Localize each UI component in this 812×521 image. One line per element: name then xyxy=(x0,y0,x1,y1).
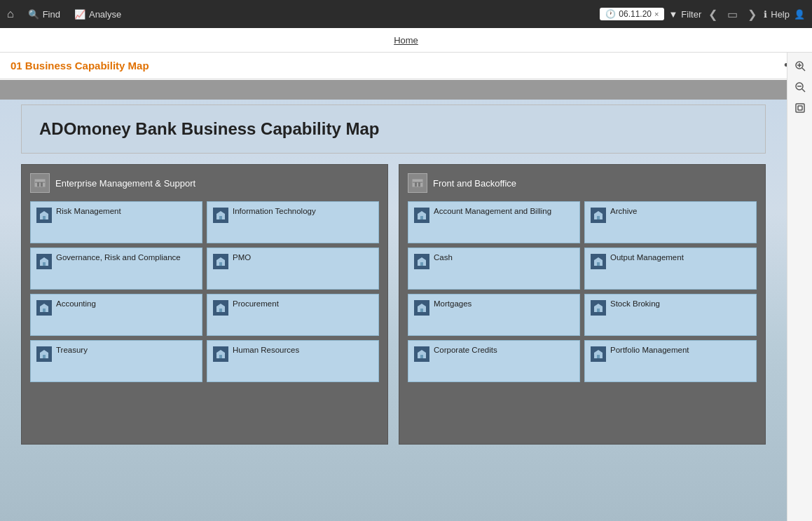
cap-icon xyxy=(414,254,429,269)
date-filter-tag[interactable]: 🕐 06.11.20 × xyxy=(600,8,664,20)
analyse-icon: 📈 xyxy=(74,9,85,20)
cap-icon xyxy=(213,300,228,316)
list-item[interactable]: Cash xyxy=(408,248,580,290)
cap-icon xyxy=(414,208,429,223)
capability-label: PMO xyxy=(233,252,251,263)
list-item[interactable]: Risk Management xyxy=(30,201,202,243)
cap-icon xyxy=(36,300,52,316)
svg-rect-21 xyxy=(413,180,422,187)
svg-rect-29 xyxy=(420,309,423,312)
user-icon: 👤 xyxy=(794,9,805,20)
frontback-section: Front and Backoffice Account Management … xyxy=(399,164,766,445)
svg-rect-23 xyxy=(418,182,420,187)
svg-line-5 xyxy=(802,89,805,92)
svg-rect-26 xyxy=(597,216,600,219)
fit-to-screen-button[interactable] xyxy=(790,98,810,118)
analyse-label: Analyse xyxy=(89,9,121,20)
frontback-section-icon xyxy=(408,173,427,193)
cap-icon xyxy=(414,346,429,362)
capability-label: Account Management and Billing xyxy=(434,206,551,217)
list-item[interactable]: Stock Broking xyxy=(584,294,757,336)
map-main-title: ADOmoney Bank Business Capability Map xyxy=(39,119,748,139)
diagram-canvas: ADOmoney Bank Business Capability Map En… xyxy=(0,80,787,521)
home-breadcrumb[interactable]: Home xyxy=(394,35,418,46)
topbar: ⌂ 🔍 Find 📈 Analyse 🕐 06.11.20 × ▼ Filter… xyxy=(0,0,812,28)
capability-label: Procurement xyxy=(233,299,279,309)
user-button[interactable]: 👤 xyxy=(794,9,805,20)
svg-rect-32 xyxy=(597,355,600,358)
main-content: 01 Business Capability Map ••• xyxy=(0,53,812,521)
list-item[interactable]: PMO xyxy=(207,248,379,290)
diagram-title: 01 Business Capability Map xyxy=(11,60,149,72)
svg-rect-22 xyxy=(415,182,417,187)
capability-label: Stock Broking xyxy=(610,299,660,309)
find-button[interactable]: 🔍 Find xyxy=(28,9,60,20)
svg-rect-10 xyxy=(37,182,39,187)
capability-label: Output Management xyxy=(610,252,684,263)
list-item[interactable]: Procurement xyxy=(207,294,379,336)
grey-strip xyxy=(0,80,787,100)
nav-forward-button[interactable]: ❯ xyxy=(745,6,759,22)
filter-tag-close[interactable]: × xyxy=(654,10,659,18)
list-item[interactable]: Human Resources xyxy=(207,340,379,382)
list-item[interactable]: Portfolio Management xyxy=(584,340,757,382)
cap-icon xyxy=(36,346,52,362)
list-item[interactable]: Accounting xyxy=(30,294,202,336)
list-item[interactable]: Mortgages xyxy=(408,294,580,336)
frontback-section-header: Front and Backoffice xyxy=(408,173,757,193)
capability-label: Corporate Credits xyxy=(434,345,497,356)
enterprise-capabilities-grid: Risk Management Information Technology G… xyxy=(30,201,379,382)
capability-label: Mortgages xyxy=(434,299,472,309)
zoom-out-button[interactable] xyxy=(790,77,810,97)
svg-rect-31 xyxy=(420,355,423,358)
clock-icon: 🕐 xyxy=(605,9,616,19)
cap-icon xyxy=(213,254,228,269)
diagram-header: 01 Business Capability Map ••• xyxy=(0,53,812,79)
capability-label: Risk Management xyxy=(56,206,121,217)
enterprise-section-header: Enterprise Management & Support xyxy=(30,173,379,193)
diagram-title-block: ADOmoney Bank Business Capability Map xyxy=(21,104,766,154)
frontback-section-title: Front and Backoffice xyxy=(433,178,516,189)
breadcrumb-bar: Home xyxy=(0,28,812,53)
capability-label: Archive xyxy=(610,206,637,217)
cap-icon xyxy=(36,254,52,269)
home-button[interactable]: ⌂ xyxy=(7,8,14,20)
right-sidebar xyxy=(787,53,812,521)
list-item[interactable]: Governance, Risk and Compliance xyxy=(30,248,202,290)
svg-line-1 xyxy=(802,68,805,71)
svg-rect-20 xyxy=(219,355,222,358)
nav-window-button[interactable]: ▭ xyxy=(724,6,741,22)
list-item[interactable]: Treasury xyxy=(30,340,202,382)
cap-icon xyxy=(591,346,606,362)
cap-icon xyxy=(591,208,606,223)
capability-label: Cash xyxy=(434,252,453,263)
cap-icon xyxy=(591,300,606,316)
info-icon: ℹ xyxy=(764,9,767,20)
svg-rect-8 xyxy=(798,106,802,110)
capability-label: Portfolio Management xyxy=(610,345,689,356)
nav-back-button[interactable]: ❮ xyxy=(706,6,720,22)
capability-label: Treasury xyxy=(56,345,88,356)
svg-rect-11 xyxy=(41,182,43,187)
find-label: Find xyxy=(43,9,60,20)
svg-rect-7 xyxy=(796,104,804,112)
list-item[interactable]: Account Management and Billing xyxy=(408,201,580,243)
analyse-button[interactable]: 📈 Analyse xyxy=(74,9,121,20)
filter-button[interactable]: ▼ Filter xyxy=(668,9,701,20)
list-item[interactable]: Information Technology xyxy=(207,201,379,243)
svg-rect-28 xyxy=(597,262,600,266)
cap-icon xyxy=(213,208,228,223)
list-item[interactable]: Corporate Credits xyxy=(408,340,580,382)
cap-icon xyxy=(213,346,228,362)
cap-icon xyxy=(414,300,429,316)
help-button[interactable]: ℹ Help xyxy=(764,9,790,20)
enterprise-section-title: Enterprise Management & Support xyxy=(55,178,195,189)
filter-tag-value: 06.11.20 xyxy=(619,9,652,19)
zoom-in-button[interactable] xyxy=(790,56,810,76)
svg-rect-9 xyxy=(35,180,45,187)
enterprise-section: Enterprise Management & Support Risk Man… xyxy=(21,164,388,445)
list-item[interactable]: Archive xyxy=(584,201,757,243)
capability-label: Accounting xyxy=(56,299,96,309)
svg-rect-18 xyxy=(219,309,222,312)
list-item[interactable]: Output Management xyxy=(584,248,757,290)
